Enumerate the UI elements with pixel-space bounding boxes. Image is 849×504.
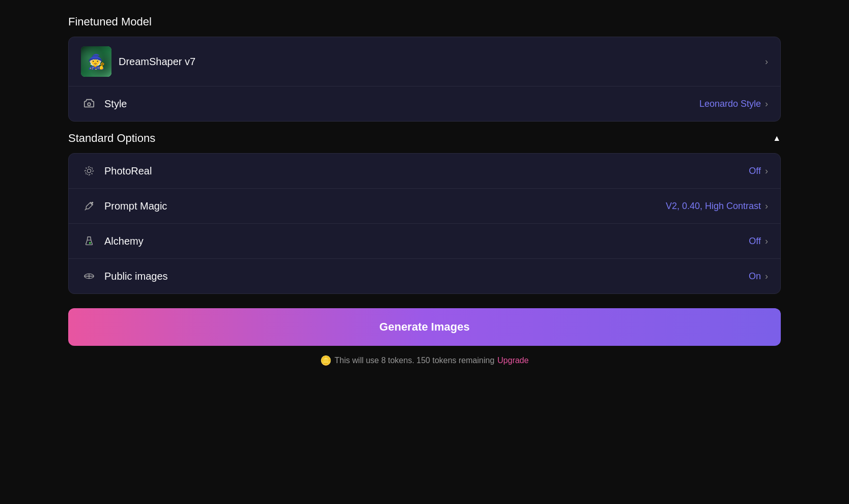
photoreal-value: Off	[749, 166, 761, 176]
token-info-text: This will use 8 tokens. 150 tokens remai…	[334, 356, 494, 365]
public-images-row[interactable]: Public images On ›	[69, 259, 780, 293]
public-images-label: Public images	[104, 271, 168, 282]
public-images-chevron-icon: ›	[765, 271, 768, 282]
finetuned-model-section: Finetuned Model DreamShaper v7 ›	[68, 15, 781, 122]
standard-options-title: Standard Options	[68, 132, 155, 145]
photoreal-row[interactable]: PhotoReal Off ›	[69, 154, 780, 189]
main-container: Finetuned Model DreamShaper v7 ›	[68, 15, 781, 366]
model-card: DreamShaper v7 › Style	[68, 37, 781, 122]
model-row-right: ›	[765, 56, 768, 67]
photoreal-row-right: Off ›	[749, 166, 768, 176]
photoreal-row-left: PhotoReal	[81, 163, 749, 179]
prompt-magic-row-left: Prompt Magic	[81, 198, 666, 214]
model-chevron-icon: ›	[765, 56, 768, 67]
options-header: Standard Options ▲	[68, 132, 781, 145]
prompt-magic-value: V2, 0.40, High Contrast	[666, 201, 761, 212]
standard-options-section: Standard Options ▲ PhotoReal	[68, 132, 781, 294]
svg-point-0	[88, 103, 91, 106]
model-thumbnail	[81, 46, 111, 77]
photoreal-icon	[81, 163, 97, 179]
model-thumb-image	[81, 46, 111, 77]
style-row-left: Style	[81, 96, 699, 112]
style-label: Style	[104, 98, 127, 110]
svg-point-1	[87, 169, 91, 172]
generate-images-button[interactable]: Generate Images	[68, 308, 781, 346]
svg-point-3	[92, 202, 94, 204]
model-row[interactable]: DreamShaper v7 ›	[69, 37, 780, 86]
upgrade-link[interactable]: Upgrade	[497, 356, 528, 365]
public-images-icon	[81, 268, 97, 284]
token-icon: 🪙	[320, 355, 331, 366]
model-name-label: DreamShaper v7	[119, 56, 195, 68]
prompt-magic-chevron-icon: ›	[765, 201, 768, 212]
prompt-magic-row-right: V2, 0.40, High Contrast ›	[666, 201, 768, 212]
style-icon	[81, 96, 97, 112]
alchemy-value: Off	[749, 236, 761, 247]
style-chevron-icon: ›	[765, 99, 768, 109]
svg-point-2	[86, 167, 93, 175]
style-row[interactable]: Style Leonardo Style ›	[69, 86, 780, 121]
svg-point-4	[89, 242, 91, 244]
alchemy-label: Alchemy	[104, 235, 144, 247]
alchemy-row[interactable]: Alchemy Off ›	[69, 224, 780, 259]
token-info-bar: 🪙 This will use 8 tokens. 150 tokens rem…	[68, 355, 781, 366]
style-value: Leonardo Style	[699, 99, 761, 109]
photoreal-label: PhotoReal	[104, 165, 152, 177]
model-row-left: DreamShaper v7	[81, 46, 765, 77]
finetuned-model-title: Finetuned Model	[68, 15, 781, 28]
alchemy-row-right: Off ›	[749, 236, 768, 247]
alchemy-icon	[81, 233, 97, 249]
public-images-row-left: Public images	[81, 268, 749, 284]
prompt-magic-label: Prompt Magic	[104, 200, 167, 212]
public-images-value: On	[749, 271, 761, 282]
style-row-right: Leonardo Style ›	[699, 99, 768, 109]
prompt-magic-row[interactable]: Prompt Magic V2, 0.40, High Contrast ›	[69, 189, 780, 224]
alchemy-chevron-icon: ›	[765, 236, 768, 247]
public-images-row-right: On ›	[749, 271, 768, 282]
options-card: PhotoReal Off ›	[68, 153, 781, 294]
collapse-icon[interactable]: ▲	[773, 134, 781, 143]
photoreal-chevron-icon: ›	[765, 166, 768, 176]
alchemy-row-left: Alchemy	[81, 233, 749, 249]
prompt-magic-icon	[81, 198, 97, 214]
